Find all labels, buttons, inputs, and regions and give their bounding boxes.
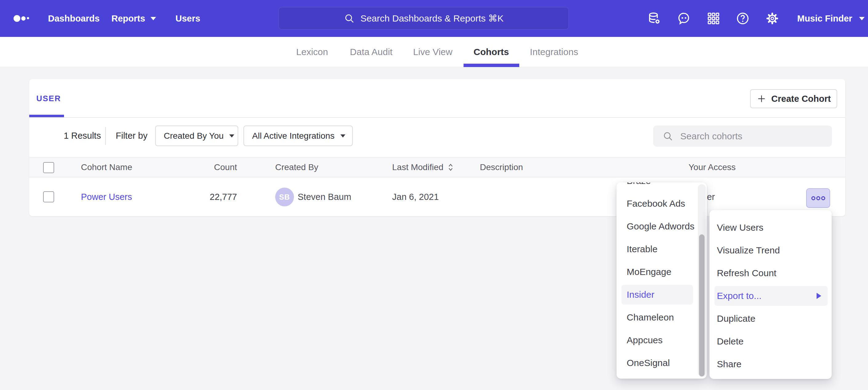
account-menu[interactable]: Music Finder [797, 0, 865, 37]
chevron-right-icon [816, 293, 821, 299]
cohort-type-tab-user[interactable]: USER [36, 94, 61, 103]
nav-users[interactable]: Users [176, 0, 200, 37]
filter-integrations-dropdown[interactable]: All Active Integrations [244, 126, 353, 146]
caret-down-icon [340, 134, 345, 137]
tab-cohorts[interactable]: Cohorts [474, 37, 509, 67]
caret-down-icon [229, 134, 234, 137]
card-divider [29, 117, 845, 118]
menu-item-export-to[interactable]: Export to... [710, 285, 832, 307]
menu-item-refresh-count[interactable]: Refresh Count [710, 262, 832, 285]
ellipsis-icon [811, 196, 815, 200]
scrollbar-track[interactable] [698, 184, 706, 377]
feedback-icon[interactable] [676, 11, 692, 26]
filter-integrations-value: All Active Integrations [252, 131, 335, 141]
avatar: SB [275, 188, 294, 206]
menu-item-onesignal[interactable]: OneSignal [617, 352, 707, 374]
tab-live-view[interactable]: Live View [413, 37, 453, 67]
nav-dashboards[interactable]: Dashboards [48, 0, 100, 37]
caret-down-icon [859, 17, 865, 20]
menu-item-chameleon[interactable]: Chameleon [617, 306, 707, 329]
menu-item-visualize-trend[interactable]: Visualize Trend [710, 239, 832, 262]
apps-grid-icon[interactable] [706, 11, 721, 26]
ellipsis-icon [816, 196, 820, 200]
select-all-checkbox[interactable] [43, 162, 54, 173]
menu-item-delete[interactable]: Delete [710, 330, 832, 353]
col-cohort-name[interactable]: Cohort Name [81, 158, 132, 177]
menu-item-duplicate[interactable]: Duplicate [710, 307, 832, 330]
filter-by-label: Filter by [116, 126, 148, 146]
plus-icon [756, 94, 767, 104]
help-icon[interactable] [735, 11, 750, 26]
cohort-name-link[interactable]: Power Users [81, 177, 132, 216]
scrollbar-thumb[interactable] [699, 234, 705, 377]
col-your-access[interactable]: Your Access [688, 158, 736, 177]
global-search-input[interactable]: Search Dashboards & Reports ⌘K [279, 7, 569, 30]
active-tab-underline [464, 64, 519, 67]
global-search-placeholder: Search Dashboards & Reports ⌘K [361, 13, 503, 24]
menu-item-view-users[interactable]: View Users [710, 216, 832, 239]
nav-users-label: Users [176, 13, 200, 24]
ellipsis-icon [821, 196, 825, 200]
filter-created-by-value: Created By You [164, 131, 224, 141]
tab-lexicon[interactable]: Lexicon [296, 37, 328, 67]
nav-reports-label: Reports [112, 13, 145, 24]
nav-dashboards-label: Dashboards [48, 13, 100, 24]
menu-item-appcues[interactable]: Appcues [617, 329, 707, 352]
tab-integrations[interactable]: Integrations [530, 37, 578, 67]
row-checkbox[interactable] [43, 191, 54, 202]
account-label: Music Finder [797, 13, 852, 24]
menu-item-share[interactable]: Share [710, 353, 832, 376]
col-count[interactable]: Count [177, 158, 237, 177]
col-last-modified[interactable]: Last Modified [392, 158, 454, 177]
tab-label: Data Audit [350, 47, 393, 57]
col-last-modified-label: Last Modified [392, 162, 443, 172]
search-icon [662, 131, 674, 142]
row-context-menu: View Users Visualize Trend Refresh Count… [710, 210, 832, 379]
table-header: Cohort Name Count Created By Last Modifi… [29, 157, 845, 177]
col-description[interactable]: Description [480, 158, 523, 177]
cohort-search-input[interactable]: Search cohorts [653, 126, 832, 147]
app: Dashboards Reports Users Search Dashboar… [0, 0, 868, 390]
top-navbar: Dashboards Reports Users Search Dashboar… [0, 0, 868, 37]
menu-item-iterable[interactable]: Iterable [617, 238, 707, 261]
results-count: 1 Results [64, 126, 101, 146]
sort-icon [447, 163, 454, 172]
nav-reports[interactable]: Reports [112, 0, 156, 37]
menu-item-braze[interactable]: Braze [617, 183, 707, 192]
cohort-search-placeholder: Search cohorts [680, 131, 742, 141]
tab-label: Lexicon [296, 47, 328, 57]
menu-item-insider[interactable]: Insider [617, 283, 707, 306]
filter-created-by-dropdown[interactable]: Created By You [155, 126, 238, 146]
cohort-count: 22,777 [177, 177, 237, 216]
menu-item-moengage[interactable]: MoEngage [617, 261, 707, 283]
tab-label: Integrations [530, 47, 578, 57]
created-by-value: Steven Baum [298, 177, 351, 216]
col-created-by[interactable]: Created By [275, 158, 318, 177]
settings-gear-icon[interactable] [765, 11, 780, 26]
search-icon [344, 13, 355, 24]
menu-item-google-adwords[interactable]: Google Adwords [617, 215, 707, 238]
tab-label: Cohorts [474, 47, 509, 57]
tab-label: Live View [413, 47, 453, 57]
section-tabs: Lexicon Data Audit Live View Cohorts Int… [0, 37, 868, 67]
menu-item-facebook-ads[interactable]: Facebook Ads [617, 192, 707, 215]
row-actions-button[interactable] [806, 188, 830, 208]
last-modified-value: Jan 6, 2021 [392, 177, 439, 216]
divider [105, 127, 106, 145]
create-cohort-button[interactable]: Create Cohort [750, 89, 837, 108]
cohorts-card: USER Create Cohort 1 Results Filter by C… [29, 79, 845, 216]
mixpanel-logo-icon[interactable] [10, 0, 47, 37]
caret-down-icon [151, 17, 156, 20]
tab-data-audit[interactable]: Data Audit [350, 37, 393, 67]
data-management-icon[interactable] [646, 11, 662, 26]
create-cohort-label: Create Cohort [771, 94, 831, 104]
export-integrations-menu: Braze Facebook Ads Google Adwords Iterab… [617, 183, 707, 379]
